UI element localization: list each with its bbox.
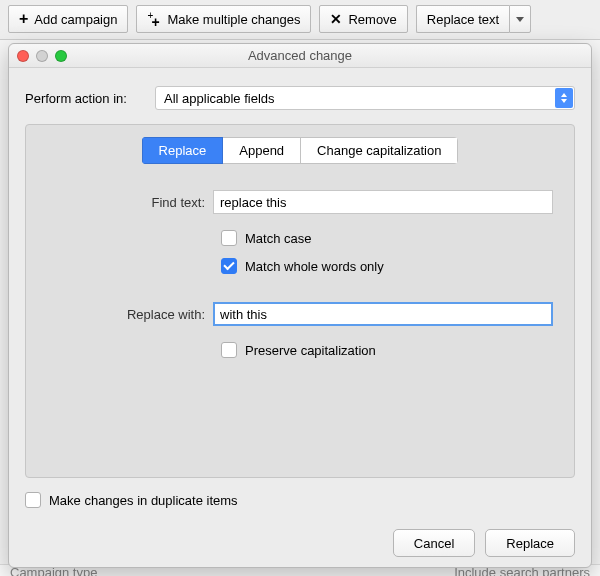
tab-append[interactable]: Append bbox=[223, 137, 301, 164]
perform-label: Perform action in: bbox=[25, 91, 155, 106]
close-icon bbox=[330, 12, 342, 26]
dialog-footer: Cancel Replace bbox=[25, 508, 575, 557]
replace-button[interactable]: Replace bbox=[485, 529, 575, 557]
replace-row: Replace with: bbox=[38, 302, 562, 326]
match-whole-checkbox[interactable] bbox=[221, 258, 237, 274]
match-case-checkbox[interactable] bbox=[221, 230, 237, 246]
remove-label: Remove bbox=[348, 12, 396, 27]
perform-row: Perform action in: All applicable fields bbox=[25, 86, 575, 110]
add-campaign-button[interactable]: Add campaign bbox=[8, 5, 128, 33]
match-whole-row: Match whole words only bbox=[221, 258, 562, 274]
perform-value: All applicable fields bbox=[164, 91, 275, 106]
find-input[interactable] bbox=[213, 190, 553, 214]
top-toolbar: Add campaign Make multiple changes Remov… bbox=[0, 0, 600, 40]
find-row: Find text: bbox=[38, 190, 562, 214]
tab-segmented: Replace Append Change capitalization bbox=[142, 137, 459, 164]
preserve-cap-checkbox[interactable] bbox=[221, 342, 237, 358]
inset-panel: Replace Append Change capitalization Fin… bbox=[25, 124, 575, 478]
window-zoom-icon[interactable] bbox=[55, 50, 67, 62]
duplicate-checkbox[interactable] bbox=[25, 492, 41, 508]
perform-dropdown[interactable]: All applicable fields bbox=[155, 86, 575, 110]
replace-input[interactable] bbox=[213, 302, 553, 326]
dialog-title: Advanced change bbox=[9, 48, 591, 63]
match-case-label: Match case bbox=[245, 231, 311, 246]
window-close-icon[interactable] bbox=[17, 50, 29, 62]
find-label: Find text: bbox=[38, 195, 213, 210]
replace-text-split-button: Replace text bbox=[416, 5, 531, 34]
replace-text-button[interactable]: Replace text bbox=[416, 5, 509, 33]
preserve-cap-row: Preserve capitalization bbox=[221, 342, 562, 358]
window-min-icon[interactable] bbox=[36, 50, 48, 62]
plus-icon bbox=[19, 11, 28, 27]
dialog-body: Perform action in: All applicable fields… bbox=[9, 68, 591, 567]
replace-text-label: Replace text bbox=[427, 12, 499, 27]
advanced-change-dialog: Advanced change Perform action in: All a… bbox=[8, 43, 592, 568]
match-case-row: Match case bbox=[221, 230, 562, 246]
cancel-button[interactable]: Cancel bbox=[393, 529, 475, 557]
add-campaign-label: Add campaign bbox=[34, 12, 117, 27]
multi-plus-icon bbox=[147, 12, 161, 26]
make-multiple-button[interactable]: Make multiple changes bbox=[136, 5, 311, 33]
remove-button[interactable]: Remove bbox=[319, 5, 407, 33]
dialog-titlebar: Advanced change bbox=[9, 44, 591, 68]
traffic-lights bbox=[17, 50, 67, 62]
replace-label: Replace with: bbox=[38, 307, 213, 322]
tab-change-cap[interactable]: Change capitalization bbox=[301, 137, 458, 164]
tab-replace[interactable]: Replace bbox=[142, 137, 224, 164]
duplicate-row: Make changes in duplicate items bbox=[25, 492, 575, 508]
make-multiple-label: Make multiple changes bbox=[167, 12, 300, 27]
match-whole-label: Match whole words only bbox=[245, 259, 384, 274]
chevron-updown-icon bbox=[555, 88, 573, 108]
preserve-cap-label: Preserve capitalization bbox=[245, 343, 376, 358]
duplicate-label: Make changes in duplicate items bbox=[49, 493, 238, 508]
replace-text-caret[interactable] bbox=[509, 5, 531, 33]
